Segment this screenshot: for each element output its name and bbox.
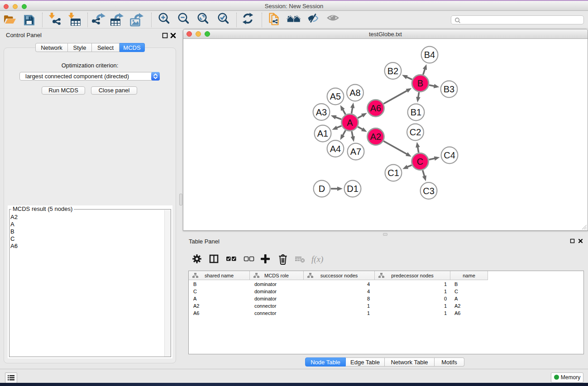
svg-text:D: D — [319, 184, 325, 194]
svg-text:B: B — [417, 78, 423, 88]
svg-text:C3: C3 — [423, 186, 435, 196]
svg-text:A2: A2 — [370, 132, 381, 142]
svg-text:A3: A3 — [316, 107, 327, 117]
svg-text:C4: C4 — [444, 150, 455, 160]
svg-text:A4: A4 — [330, 144, 341, 154]
svg-text:D1: D1 — [347, 184, 359, 194]
svg-text:B2: B2 — [387, 66, 398, 76]
svg-text:A8: A8 — [349, 88, 360, 98]
svg-text:A6: A6 — [370, 103, 381, 113]
svg-text:A7: A7 — [350, 147, 361, 157]
svg-text:C2: C2 — [410, 127, 421, 137]
svg-text:f(x): f(x) — [311, 254, 323, 264]
svg-text:A5: A5 — [330, 91, 341, 101]
svg-text:A: A — [347, 118, 353, 128]
svg-text:A1: A1 — [317, 129, 328, 138]
svg-text:B3: B3 — [444, 84, 454, 94]
svg-text:C: C — [417, 157, 423, 167]
svg-text:B1: B1 — [411, 107, 421, 117]
svg-text:B4: B4 — [424, 50, 435, 60]
svg-text:C1: C1 — [387, 168, 399, 178]
